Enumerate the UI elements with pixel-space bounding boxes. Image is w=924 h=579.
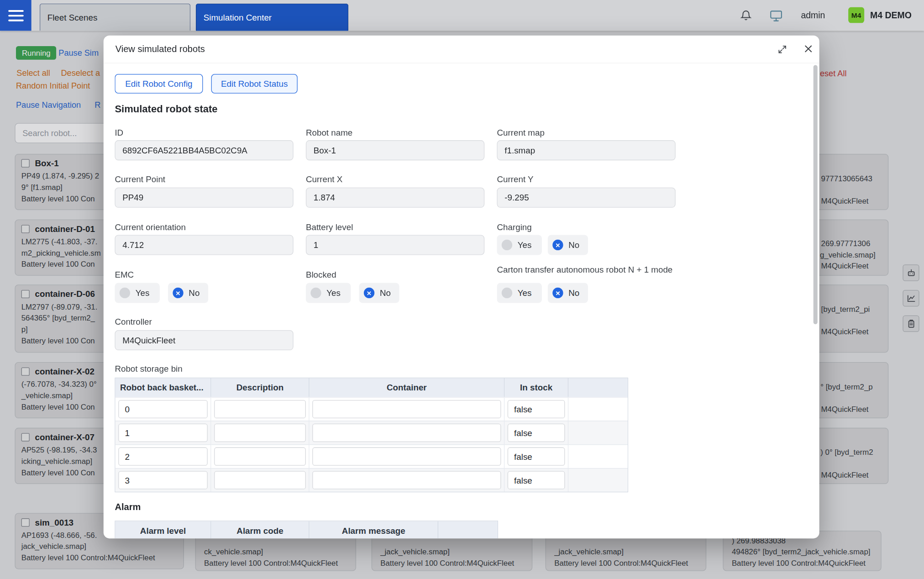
empty-cell <box>568 421 628 444</box>
id-input[interactable] <box>115 140 293 160</box>
robot-name-input[interactable] <box>306 140 484 160</box>
col-header-empty <box>568 378 628 397</box>
container-input[interactable] <box>312 424 501 442</box>
col-header-robot-back-basket: Robot back basket... <box>116 378 211 397</box>
current-map-label: Current map <box>497 128 544 137</box>
container-input[interactable] <box>312 400 501 418</box>
description-input[interactable] <box>214 447 306 466</box>
brand-name: M4 DEMO <box>870 10 912 20</box>
description-input[interactable] <box>214 471 306 489</box>
basket-index-input[interactable] <box>118 447 208 466</box>
col-header-alarm-code: Alarm code <box>211 521 310 539</box>
radio-label: Yes <box>326 288 341 298</box>
current-y-input[interactable] <box>497 188 675 208</box>
controller-input[interactable] <box>115 330 293 350</box>
current-orientation-input[interactable] <box>115 235 293 255</box>
emc-yes-radio[interactable]: Yes <box>115 283 159 303</box>
current-y-label: Current Y <box>497 174 533 184</box>
close-icon <box>803 43 813 53</box>
radio-label: No <box>380 288 391 298</box>
emc-no-radio[interactable]: ✕ No <box>168 283 208 303</box>
radio-label: Yes <box>518 240 532 250</box>
radio-circle-selected-icon: ✕ <box>552 240 563 250</box>
radio-circle <box>310 288 321 298</box>
radio-circle <box>120 288 130 298</box>
container-input[interactable] <box>312 447 501 466</box>
blocked-yes-radio[interactable]: Yes <box>306 283 351 303</box>
basket-index-input[interactable] <box>118 400 208 418</box>
charging-label: Charging <box>497 222 531 232</box>
storage-row <box>116 421 628 444</box>
screen: Running Pause Sim Select all Deselect a … <box>0 0 924 579</box>
description-input[interactable] <box>214 424 306 442</box>
expand-dialog-button[interactable] <box>776 42 789 56</box>
user-name[interactable]: admin <box>801 10 825 20</box>
alarm-label: Alarm <box>115 502 141 512</box>
in-stock-input[interactable] <box>508 424 565 442</box>
battery-level-input[interactable] <box>306 235 484 255</box>
brand-logo: M4 <box>848 7 864 23</box>
radio-circle <box>502 240 512 250</box>
col-header-alarm-message: Alarm message <box>310 521 438 539</box>
charging-yes-radio[interactable]: Yes <box>497 235 541 255</box>
radio-label: No <box>568 240 579 250</box>
alarm-table: Alarm level Alarm code Alarm message <box>115 521 498 538</box>
basket-index-input[interactable] <box>118 424 208 442</box>
section-title: Simulated robot state <box>115 104 217 116</box>
battery-level-label: Battery level <box>306 222 353 232</box>
close-dialog-button[interactable] <box>802 42 815 55</box>
col-header-description: Description <box>211 378 310 397</box>
empty-cell <box>568 444 628 468</box>
charging-no-radio[interactable]: ✕ No <box>548 235 588 255</box>
radio-circle-selected-icon: ✕ <box>552 288 563 298</box>
robot-storage-table: Robot back basket... Description Contain… <box>115 378 628 492</box>
description-input[interactable] <box>214 400 306 418</box>
storage-row <box>116 397 628 421</box>
current-x-label: Current X <box>306 174 342 184</box>
current-map-input[interactable] <box>497 140 675 160</box>
radio-label: No <box>568 288 579 298</box>
tab-fleet-scenes[interactable]: Fleet Scenes <box>40 4 190 31</box>
carton-mode-label: Carton transfer autonomous robot N + 1 m… <box>497 265 680 275</box>
radio-label: Yes <box>136 288 150 298</box>
id-label: ID <box>115 128 123 137</box>
monitor-icon[interactable] <box>768 8 784 24</box>
table-header-row: Alarm level Alarm code Alarm message <box>116 521 498 539</box>
tab-label: Simulation Center <box>204 13 272 22</box>
tab-label: Fleet Scenes <box>47 13 98 22</box>
storage-row <box>116 444 628 468</box>
current-point-input[interactable] <box>115 188 293 208</box>
emc-label: EMC <box>115 270 134 279</box>
table-header-row: Robot back basket... Description Contain… <box>116 378 628 397</box>
radio-label: Yes <box>518 288 532 298</box>
current-x-input[interactable] <box>306 188 484 208</box>
expand-icon <box>777 44 787 54</box>
robot-storage-bin-label: Robot storage bin <box>115 364 182 374</box>
col-header-in-stock: In stock <box>504 378 568 397</box>
header-divider <box>104 63 819 63</box>
robot-name-label: Robot name <box>306 128 352 137</box>
edit-robot-status-button[interactable]: Edit Robot Status <box>211 74 298 94</box>
current-point-label: Current Point <box>115 174 165 184</box>
empty-cell <box>568 468 628 492</box>
radio-label: No <box>189 288 200 298</box>
container-input[interactable] <box>312 471 501 489</box>
storage-row <box>116 468 628 492</box>
top-navbar: Fleet Scenes Simulation Center admin M4 … <box>0 0 924 31</box>
radio-circle-selected-icon: ✕ <box>173 288 183 298</box>
blocked-label: Blocked <box>306 270 336 279</box>
in-stock-input[interactable] <box>508 400 565 418</box>
blocked-no-radio[interactable]: ✕ No <box>359 283 399 303</box>
tab-simulation-center[interactable]: Simulation Center <box>196 4 348 31</box>
view-simulated-robots-dialog: View simulated robots Edit Robot Config … <box>104 36 819 538</box>
carton-mode-yes-radio[interactable]: Yes <box>497 283 541 303</box>
carton-mode-no-radio[interactable]: ✕ No <box>548 283 588 303</box>
modal-scrollbar-track[interactable] <box>813 64 818 536</box>
modal-scrollbar-thumb[interactable] <box>814 65 818 325</box>
notifications-bell-icon[interactable] <box>738 8 754 23</box>
menu-hamburger-button[interactable] <box>0 0 31 31</box>
basket-index-input[interactable] <box>118 471 208 489</box>
in-stock-input[interactable] <box>508 447 565 466</box>
edit-robot-config-button[interactable]: Edit Robot Config <box>115 74 203 94</box>
in-stock-input[interactable] <box>508 471 565 489</box>
